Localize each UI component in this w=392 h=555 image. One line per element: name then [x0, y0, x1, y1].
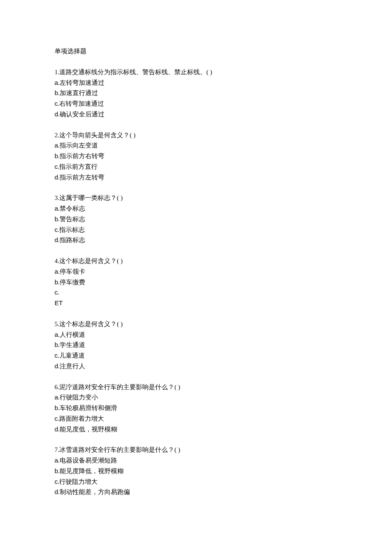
option-text: 路面附着力增大: [59, 415, 104, 422]
option-label: c: [55, 289, 58, 296]
option-text: 行驶阻力变小: [60, 394, 98, 401]
questions-container: 1.道路交通标线分为指示标线、警告标线、禁止标线。( )a.左转弯加速通过b.加…: [55, 67, 337, 497]
question-number: 4: [55, 257, 58, 264]
option-text: 指示标志: [59, 226, 85, 233]
option-line: a.行驶阻力变小: [55, 392, 337, 403]
option-text: 车轮极易滑转和侧滑: [60, 405, 117, 411]
option-label: c: [55, 478, 58, 485]
option-label: c: [55, 163, 58, 170]
option-text: 警告标志: [60, 216, 85, 223]
question-block: 2.这个导向箭头是何含义？( )a.指示向左变道b.指示前方右转弯c.指示前方直…: [55, 130, 337, 183]
option-line: a.指示向左变道: [55, 140, 337, 151]
option-label: c: [55, 352, 58, 359]
answer-blank: ( ): [117, 257, 123, 264]
option-line: a.禁令标志: [55, 203, 337, 214]
option-line: a.停车领卡: [55, 266, 337, 277]
question-block: 5.这个标志是何含义？( )a.人行横道b.学生通道c.儿童通道d.注意行人: [55, 319, 337, 372]
question-text: 7.冰雪道路对安全行车的主要影响是什么？( ): [55, 445, 337, 455]
answer-blank: ( ): [117, 321, 123, 327]
question-stem: 这个导向箭头是何含义？: [59, 132, 130, 139]
option-line: b.停车缴费: [55, 277, 337, 288]
option-line: d.确认安全后通过: [55, 109, 337, 120]
option-line: c.儿童通道: [55, 350, 337, 361]
question-stem: 道路交通标线分为指示标线、警告标线、禁止标线。: [59, 69, 206, 75]
option-line: a.电器设备易受潮短路: [55, 455, 337, 466]
option-text: 人行横道: [60, 331, 85, 338]
question-block: 4.这个标志是何含义？( )a.停车领卡b.停车缴费c.ET: [55, 256, 337, 309]
option-text: 指示前方右转弯: [60, 153, 104, 159]
option-text: 电器设备易受潮短路: [60, 457, 117, 464]
option-text: 行驶阻力增大: [59, 478, 98, 485]
option-line: a.左转弯加速通过: [55, 78, 337, 88]
option-label: c: [55, 100, 58, 107]
question-number: 1: [55, 69, 58, 75]
option-text: 注意行人: [60, 363, 85, 370]
question-text: 3.这属于哪一类标志？( ): [55, 193, 337, 203]
option-line: c.行驶阻力增大: [55, 477, 337, 487]
option-text: 能见度降低，视野模糊: [60, 468, 124, 474]
option-line: c.指示前方直行: [55, 162, 337, 172]
option-line: c.指示标志: [55, 225, 337, 235]
option-line: d.注意行人: [55, 361, 337, 372]
option-line: c.右转弯加速通过: [55, 98, 337, 109]
answer-blank: ( ): [206, 69, 212, 75]
option-line: a.人行横道: [55, 330, 337, 340]
option-text: 指示前方左转弯: [60, 174, 104, 181]
option-line: c.路面附着力增大: [55, 413, 337, 424]
question-block: 6.泥泞道路对安全行车的主要影响是什么？( )a.行驶阻力变小b.车轮极易滑转和…: [55, 382, 337, 435]
document-page: 单项选择题 1.道路交通标线分为指示标线、警告标线、禁止标线。( )a.左转弯加…: [0, 0, 392, 555]
option-line: b.警告标志: [55, 214, 337, 225]
option-line: b.指示前方右转弯: [55, 151, 337, 162]
question-text: 1.道路交通标线分为指示标线、警告标线、禁止标线。( ): [55, 67, 337, 78]
extra-line: ET: [55, 298, 337, 309]
option-text: 儿童通道: [59, 352, 85, 359]
option-line: d.制动性能差，方向易跑偏: [55, 487, 337, 497]
option-text: 确认安全后通过: [60, 111, 104, 118]
option-label: c: [55, 415, 58, 422]
question-stem: 这属于哪一类标志？: [59, 194, 117, 201]
question-text: 4.这个标志是何含义？( ): [55, 256, 337, 266]
option-text: 学生通道: [60, 341, 85, 348]
answer-blank: ( ): [174, 446, 180, 453]
question-number: 2: [55, 132, 58, 139]
option-text: 能见度低，视野模糊: [60, 426, 117, 433]
option-text: 加速直行通过: [60, 90, 98, 96]
question-block: 1.道路交通标线分为指示标线、警告标线、禁止标线。( )a.左转弯加速通过b.加…: [55, 67, 337, 120]
answer-blank: ( ): [130, 132, 135, 139]
question-block: 7.冰雪道路对安全行车的主要影响是什么？( )a.电器设备易受潮短路b.能见度降…: [55, 445, 337, 497]
option-text: 停车缴费: [60, 279, 85, 286]
option-text: 停车领卡: [60, 268, 85, 275]
option-line: d.能见度低，视野模糊: [55, 424, 337, 435]
question-text: 5.这个标志是何含义？( ): [55, 319, 337, 330]
option-text: 左转弯加速通过: [60, 79, 104, 86]
answer-blank: ( ): [117, 194, 123, 201]
option-text: 禁令标志: [60, 205, 85, 212]
option-line: b.加速直行通过: [55, 88, 337, 98]
option-line: c.: [55, 287, 337, 298]
answer-blank: ( ): [174, 384, 180, 390]
option-text: 指示前方直行: [59, 163, 98, 170]
question-text: 2.这个导向箭头是何含义？( ): [55, 130, 337, 141]
question-stem: 冰雪道路对安全行车的主要影响是什么？: [59, 446, 174, 453]
option-label: c: [55, 226, 58, 233]
option-label-separator: .: [58, 289, 60, 296]
question-stem: 泥泞道路对安全行车的主要影响是什么？: [59, 384, 174, 390]
option-line: b.学生通道: [55, 340, 337, 350]
option-line: d.指示前方左转弯: [55, 172, 337, 183]
option-line: b.车轮极易滑转和侧滑: [55, 403, 337, 413]
option-text: 指示向左变道: [60, 142, 98, 149]
question-stem: 这个标志是何含义？: [59, 321, 117, 327]
question-text: 6.泥泞道路对安全行车的主要影响是什么？( ): [55, 382, 337, 393]
question-stem: 这个标志是何含义？: [59, 257, 117, 264]
option-line: d.指路标志: [55, 235, 337, 246]
question-number: 5: [55, 321, 58, 327]
question-number: 7: [55, 446, 58, 453]
option-line: b.能见度降低，视野模糊: [55, 466, 337, 477]
option-text: 制动性能差，方向易跑偏: [60, 489, 130, 495]
question-number: 6: [55, 384, 58, 390]
option-text: 指路标志: [60, 237, 85, 243]
section-title: 单项选择题: [55, 46, 337, 57]
question-block: 3.这属于哪一类标志？( )a.禁令标志b.警告标志c.指示标志d.指路标志: [55, 193, 337, 246]
option-text: 右转弯加速通过: [59, 100, 104, 107]
question-number: 3: [55, 194, 58, 201]
